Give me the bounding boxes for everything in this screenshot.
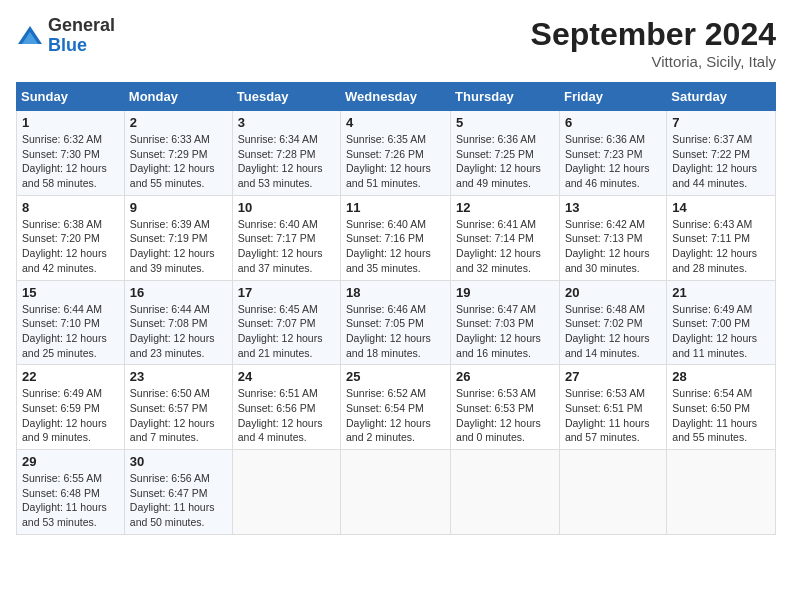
day-number: 29 (22, 454, 119, 469)
location-subtitle: Vittoria, Sicily, Italy (531, 53, 776, 70)
calendar-cell: 21Sunrise: 6:49 AM Sunset: 7:00 PM Dayli… (667, 280, 776, 365)
page-header: General Blue September 2024 Vittoria, Si… (16, 16, 776, 70)
calendar-cell: 7Sunrise: 6:37 AM Sunset: 7:22 PM Daylig… (667, 111, 776, 196)
title-block: September 2024 Vittoria, Sicily, Italy (531, 16, 776, 70)
day-number: 6 (565, 115, 661, 130)
day-info: Sunrise: 6:33 AM Sunset: 7:29 PM Dayligh… (130, 132, 227, 191)
day-number: 1 (22, 115, 119, 130)
day-info: Sunrise: 6:44 AM Sunset: 7:10 PM Dayligh… (22, 302, 119, 361)
day-number: 9 (130, 200, 227, 215)
calendar-cell: 9Sunrise: 6:39 AM Sunset: 7:19 PM Daylig… (124, 195, 232, 280)
day-number: 10 (238, 200, 335, 215)
day-info: Sunrise: 6:43 AM Sunset: 7:11 PM Dayligh… (672, 217, 770, 276)
calendar-cell: 5Sunrise: 6:36 AM Sunset: 7:25 PM Daylig… (451, 111, 560, 196)
calendar-week-row: 1Sunrise: 6:32 AM Sunset: 7:30 PM Daylig… (17, 111, 776, 196)
calendar-cell: 13Sunrise: 6:42 AM Sunset: 7:13 PM Dayli… (559, 195, 666, 280)
day-info: Sunrise: 6:34 AM Sunset: 7:28 PM Dayligh… (238, 132, 335, 191)
day-info: Sunrise: 6:56 AM Sunset: 6:47 PM Dayligh… (130, 471, 227, 530)
day-number: 22 (22, 369, 119, 384)
logo-text: General Blue (48, 16, 115, 56)
day-number: 17 (238, 285, 335, 300)
calendar-table: SundayMondayTuesdayWednesdayThursdayFrid… (16, 82, 776, 535)
day-number: 3 (238, 115, 335, 130)
day-number: 28 (672, 369, 770, 384)
day-info: Sunrise: 6:35 AM Sunset: 7:26 PM Dayligh… (346, 132, 445, 191)
day-number: 27 (565, 369, 661, 384)
calendar-cell: 4Sunrise: 6:35 AM Sunset: 7:26 PM Daylig… (341, 111, 451, 196)
calendar-cell: 20Sunrise: 6:48 AM Sunset: 7:02 PM Dayli… (559, 280, 666, 365)
calendar-cell: 8Sunrise: 6:38 AM Sunset: 7:20 PM Daylig… (17, 195, 125, 280)
day-number: 30 (130, 454, 227, 469)
logo-blue: Blue (48, 36, 115, 56)
calendar-cell (559, 450, 666, 535)
calendar-cell: 18Sunrise: 6:46 AM Sunset: 7:05 PM Dayli… (341, 280, 451, 365)
day-number: 8 (22, 200, 119, 215)
calendar-cell (451, 450, 560, 535)
day-info: Sunrise: 6:48 AM Sunset: 7:02 PM Dayligh… (565, 302, 661, 361)
logo-general: General (48, 16, 115, 36)
calendar-week-row: 15Sunrise: 6:44 AM Sunset: 7:10 PM Dayli… (17, 280, 776, 365)
logo: General Blue (16, 16, 115, 56)
day-number: 5 (456, 115, 554, 130)
day-number: 2 (130, 115, 227, 130)
day-number: 26 (456, 369, 554, 384)
calendar-cell: 16Sunrise: 6:44 AM Sunset: 7:08 PM Dayli… (124, 280, 232, 365)
day-info: Sunrise: 6:53 AM Sunset: 6:51 PM Dayligh… (565, 386, 661, 445)
calendar-week-row: 22Sunrise: 6:49 AM Sunset: 6:59 PM Dayli… (17, 365, 776, 450)
day-of-week-header: Tuesday (232, 83, 340, 111)
calendar-cell: 24Sunrise: 6:51 AM Sunset: 6:56 PM Dayli… (232, 365, 340, 450)
calendar-cell: 14Sunrise: 6:43 AM Sunset: 7:11 PM Dayli… (667, 195, 776, 280)
day-number: 21 (672, 285, 770, 300)
calendar-cell: 10Sunrise: 6:40 AM Sunset: 7:17 PM Dayli… (232, 195, 340, 280)
day-of-week-header: Wednesday (341, 83, 451, 111)
day-of-week-header: Sunday (17, 83, 125, 111)
day-of-week-header: Friday (559, 83, 666, 111)
calendar-cell: 23Sunrise: 6:50 AM Sunset: 6:57 PM Dayli… (124, 365, 232, 450)
day-number: 24 (238, 369, 335, 384)
day-number: 4 (346, 115, 445, 130)
day-info: Sunrise: 6:41 AM Sunset: 7:14 PM Dayligh… (456, 217, 554, 276)
day-number: 19 (456, 285, 554, 300)
day-number: 16 (130, 285, 227, 300)
calendar-week-row: 29Sunrise: 6:55 AM Sunset: 6:48 PM Dayli… (17, 450, 776, 535)
calendar-cell: 30Sunrise: 6:56 AM Sunset: 6:47 PM Dayli… (124, 450, 232, 535)
day-number: 12 (456, 200, 554, 215)
day-of-week-header: Monday (124, 83, 232, 111)
day-info: Sunrise: 6:46 AM Sunset: 7:05 PM Dayligh… (346, 302, 445, 361)
calendar-cell: 11Sunrise: 6:40 AM Sunset: 7:16 PM Dayli… (341, 195, 451, 280)
calendar-cell: 15Sunrise: 6:44 AM Sunset: 7:10 PM Dayli… (17, 280, 125, 365)
calendar-cell: 2Sunrise: 6:33 AM Sunset: 7:29 PM Daylig… (124, 111, 232, 196)
day-info: Sunrise: 6:42 AM Sunset: 7:13 PM Dayligh… (565, 217, 661, 276)
calendar-cell (232, 450, 340, 535)
calendar-week-row: 8Sunrise: 6:38 AM Sunset: 7:20 PM Daylig… (17, 195, 776, 280)
day-number: 18 (346, 285, 445, 300)
day-number: 14 (672, 200, 770, 215)
day-info: Sunrise: 6:36 AM Sunset: 7:25 PM Dayligh… (456, 132, 554, 191)
logo-icon (16, 22, 44, 50)
calendar-cell: 12Sunrise: 6:41 AM Sunset: 7:14 PM Dayli… (451, 195, 560, 280)
day-info: Sunrise: 6:39 AM Sunset: 7:19 PM Dayligh… (130, 217, 227, 276)
day-info: Sunrise: 6:52 AM Sunset: 6:54 PM Dayligh… (346, 386, 445, 445)
day-info: Sunrise: 6:32 AM Sunset: 7:30 PM Dayligh… (22, 132, 119, 191)
calendar-cell: 1Sunrise: 6:32 AM Sunset: 7:30 PM Daylig… (17, 111, 125, 196)
day-info: Sunrise: 6:54 AM Sunset: 6:50 PM Dayligh… (672, 386, 770, 445)
calendar-cell (667, 450, 776, 535)
calendar-cell: 29Sunrise: 6:55 AM Sunset: 6:48 PM Dayli… (17, 450, 125, 535)
day-number: 13 (565, 200, 661, 215)
day-info: Sunrise: 6:40 AM Sunset: 7:17 PM Dayligh… (238, 217, 335, 276)
day-info: Sunrise: 6:49 AM Sunset: 6:59 PM Dayligh… (22, 386, 119, 445)
day-number: 11 (346, 200, 445, 215)
month-title: September 2024 (531, 16, 776, 53)
calendar-cell: 22Sunrise: 6:49 AM Sunset: 6:59 PM Dayli… (17, 365, 125, 450)
day-number: 20 (565, 285, 661, 300)
day-info: Sunrise: 6:51 AM Sunset: 6:56 PM Dayligh… (238, 386, 335, 445)
day-info: Sunrise: 6:50 AM Sunset: 6:57 PM Dayligh… (130, 386, 227, 445)
calendar-cell: 3Sunrise: 6:34 AM Sunset: 7:28 PM Daylig… (232, 111, 340, 196)
calendar-cell: 26Sunrise: 6:53 AM Sunset: 6:53 PM Dayli… (451, 365, 560, 450)
day-info: Sunrise: 6:38 AM Sunset: 7:20 PM Dayligh… (22, 217, 119, 276)
calendar-cell: 17Sunrise: 6:45 AM Sunset: 7:07 PM Dayli… (232, 280, 340, 365)
calendar-cell (341, 450, 451, 535)
calendar-cell: 19Sunrise: 6:47 AM Sunset: 7:03 PM Dayli… (451, 280, 560, 365)
day-info: Sunrise: 6:37 AM Sunset: 7:22 PM Dayligh… (672, 132, 770, 191)
day-number: 7 (672, 115, 770, 130)
